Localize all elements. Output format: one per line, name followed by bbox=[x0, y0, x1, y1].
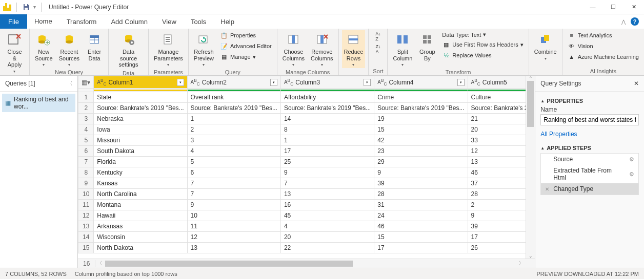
tab-help[interactable]: Help bbox=[213, 14, 242, 29]
table-cell[interactable]: 1 bbox=[187, 114, 280, 124]
sort-desc-button[interactable]: Z↓A bbox=[372, 43, 384, 55]
applied-step[interactable]: Source⚙ bbox=[541, 154, 638, 165]
table-cell[interactable]: Nebraska bbox=[94, 114, 187, 124]
table-cell[interactable]: 9 bbox=[187, 200, 280, 210]
column-header[interactable]: ABCColumn3▾ bbox=[280, 76, 374, 89]
first-row-headers-button[interactable]: ▦Use First Row as Headers ▾ bbox=[440, 39, 525, 50]
data-source-settings-button[interactable]: Data source settings bbox=[112, 30, 145, 69]
table-cell[interactable]: 29 bbox=[374, 157, 468, 167]
query-name-input[interactable] bbox=[540, 114, 639, 125]
table-cell[interactable]: 39 bbox=[374, 178, 468, 189]
table-cell[interactable]: 46 bbox=[468, 167, 535, 178]
filter-button[interactable]: ▾ bbox=[364, 79, 371, 86]
table-cell[interactable]: 13 bbox=[187, 243, 280, 253]
table-row[interactable]: 9Kansas773937 bbox=[78, 178, 535, 189]
vertical-scrollbar[interactable]: ⌃ ⌄ bbox=[526, 76, 535, 259]
table-cell[interactable]: 17 bbox=[468, 232, 535, 243]
table-cell[interactable]: 22 bbox=[280, 243, 374, 253]
new-source-button[interactable]: New Source▾ bbox=[33, 30, 55, 68]
table-cell[interactable]: 9 bbox=[374, 167, 468, 178]
table-cell[interactable]: 7 bbox=[187, 189, 280, 200]
manage-button[interactable]: ▦Manage ▾ bbox=[218, 52, 274, 62]
table-cell[interactable]: 31 bbox=[374, 200, 468, 210]
queries-collapse-icon[interactable]: 〈 bbox=[68, 80, 72, 87]
table-cell[interactable]: Arkansas bbox=[94, 221, 187, 232]
table-cell[interactable]: North Dakota bbox=[94, 243, 187, 253]
tab-file[interactable]: File bbox=[0, 14, 27, 29]
table-cell[interactable]: 42 bbox=[374, 135, 468, 146]
table-cell[interactable]: Kentucky bbox=[94, 167, 187, 178]
table-cell[interactable]: 1 bbox=[280, 135, 374, 146]
table-cell[interactable]: 45 bbox=[280, 210, 374, 221]
table-cell[interactable]: 25 bbox=[280, 157, 374, 167]
table-cell[interactable]: Montana bbox=[94, 200, 187, 210]
enter-data-button[interactable]: Enter Data bbox=[84, 30, 105, 62]
refresh-preview-button[interactable]: Refresh Preview▾ bbox=[192, 30, 216, 68]
table-cell[interactable]: 9 bbox=[468, 210, 535, 221]
table-cell[interactable]: 14 bbox=[280, 114, 374, 124]
table-row[interactable]: 15North Dakota13221726 bbox=[78, 243, 535, 253]
table-cell[interactable]: 21 bbox=[468, 114, 535, 124]
table-cell[interactable]: Source: Bankrate's 2019 "Bes... bbox=[374, 103, 468, 114]
table-cell[interactable]: Source: Bankrate's 2019 "Bes... bbox=[187, 103, 280, 114]
table-cell[interactable]: Missouri bbox=[94, 135, 187, 146]
reduce-rows-button[interactable]: Reduce Rows▾ bbox=[342, 30, 366, 68]
column-header[interactable]: ABCColumn1▾ bbox=[94, 76, 187, 89]
table-cell[interactable]: Overall rank bbox=[187, 92, 280, 103]
table-row[interactable]: 4Iowa281520 bbox=[78, 124, 535, 135]
table-row[interactable]: 3Nebraska1141921 bbox=[78, 114, 535, 124]
table-cell[interactable]: 10 bbox=[187, 210, 280, 221]
table-row[interactable]: 1StateOverall rankAffordabilityCrimeCult… bbox=[78, 92, 535, 103]
text-analytics-button[interactable]: ≡Text Analytics bbox=[566, 30, 641, 40]
table-row[interactable]: 8Kentucky69946 bbox=[78, 167, 535, 178]
vision-button[interactable]: 👁Vision bbox=[566, 41, 641, 51]
table-cell[interactable]: 13 bbox=[468, 157, 535, 167]
table-cell[interactable]: 26 bbox=[468, 243, 535, 253]
all-properties-link[interactable]: All Properties bbox=[540, 131, 577, 138]
table-cell[interactable]: 15 bbox=[374, 232, 468, 243]
table-cell[interactable]: 4 bbox=[187, 146, 280, 157]
table-cell[interactable]: 23 bbox=[374, 146, 468, 157]
table-cell[interactable]: 6 bbox=[187, 167, 280, 178]
table-row[interactable]: 12Hawaii1045249 bbox=[78, 210, 535, 221]
table-cell[interactable]: 39 bbox=[468, 221, 535, 232]
table-cell[interactable]: 7 bbox=[280, 178, 374, 189]
column-header[interactable]: ABCColumn4▾ bbox=[374, 76, 468, 89]
advanced-editor-button[interactable]: 📝Advanced Editor bbox=[218, 41, 274, 51]
window-close-button[interactable]: ✕ bbox=[623, 0, 644, 14]
table-cell[interactable]: Culture bbox=[468, 92, 535, 103]
properties-button[interactable]: 📋Properties bbox=[218, 30, 274, 40]
table-cell[interactable]: Florida bbox=[94, 157, 187, 167]
table-cell[interactable]: 20 bbox=[280, 232, 374, 243]
split-column-button[interactable]: Split Column▾ bbox=[391, 30, 414, 68]
table-corner-button[interactable]: ▦▾ bbox=[78, 76, 94, 89]
ribbon-collapse-icon[interactable]: ⋀ bbox=[621, 19, 626, 25]
choose-columns-button[interactable]: Choose Columns▾ bbox=[280, 30, 307, 68]
table-cell[interactable]: Source: Bankrate's 20 bbox=[468, 103, 535, 114]
combine-button[interactable]: Combine▾ bbox=[532, 30, 559, 62]
table-cell[interactable]: 19 bbox=[374, 114, 468, 124]
table-cell[interactable]: Crime bbox=[374, 92, 468, 103]
table-cell[interactable]: Hawaii bbox=[94, 210, 187, 221]
step-gear-icon[interactable]: ⚙ bbox=[629, 156, 634, 163]
table-cell[interactable]: Wisconsin bbox=[94, 232, 187, 243]
table-cell[interactable]: 13 bbox=[280, 189, 374, 200]
filter-button[interactable]: ▾ bbox=[177, 79, 184, 86]
table-cell[interactable]: 11 bbox=[187, 221, 280, 232]
help-button[interactable]: ? bbox=[631, 17, 639, 26]
table-cell[interactable]: 17 bbox=[280, 146, 374, 157]
table-row[interactable]: 10North Carolina7132828 bbox=[78, 189, 535, 200]
step-gear-icon[interactable]: ⚙ bbox=[629, 171, 634, 178]
tab-tools[interactable]: Tools bbox=[184, 14, 213, 29]
applied-step[interactable]: Extracted Table From Html⚙ bbox=[541, 165, 638, 183]
table-cell[interactable]: 2 bbox=[187, 124, 280, 135]
tab-home[interactable]: Home bbox=[27, 14, 59, 29]
group-by-button[interactable]: Group By bbox=[416, 30, 438, 62]
table-cell[interactable]: 28 bbox=[374, 189, 468, 200]
table-cell[interactable]: 8 bbox=[280, 124, 374, 135]
table-row[interactable]: 2Source: Bankrate's 2019 "Bes...Source: … bbox=[78, 103, 535, 114]
tab-add-column[interactable]: Add Column bbox=[104, 14, 155, 29]
sort-asc-button[interactable]: A↓Z bbox=[372, 30, 384, 42]
table-cell[interactable]: 2 bbox=[468, 200, 535, 210]
window-minimize-button[interactable]: — bbox=[582, 0, 603, 14]
